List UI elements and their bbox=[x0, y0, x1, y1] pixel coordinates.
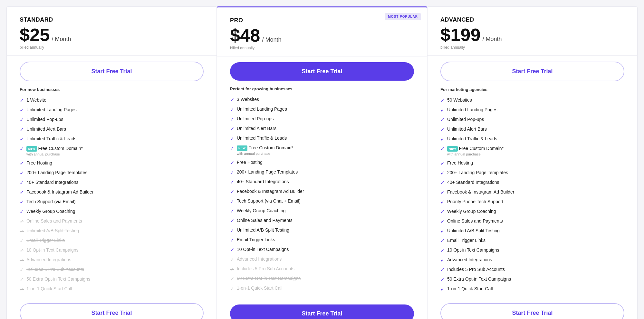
check-icon-pro-12: ✓ bbox=[230, 218, 234, 224]
plan-name-standard: STANDARD bbox=[20, 16, 204, 23]
feature-text-standard-5: NEWFree Custom Domain*with annual purcha… bbox=[26, 145, 83, 157]
price-amount-standard: $25 bbox=[20, 26, 50, 44]
feature-text-advanced-11: Weekly Group Coaching bbox=[447, 208, 496, 215]
cta-button-top-pro[interactable]: Start Free Trial bbox=[230, 62, 414, 81]
feature-text-standard-3: Unlimited Alert Bars bbox=[26, 126, 66, 133]
features-list-pro: ✓ 3 Websites ✓ Unlimited Landing Pages ✓… bbox=[230, 96, 414, 297]
cta-button-top-standard[interactable]: Start Free Trial bbox=[20, 62, 204, 81]
check-icon-advanced-5: ✓ bbox=[440, 146, 445, 152]
billed-annually-advanced: billed annually bbox=[440, 45, 624, 50]
check-icon-standard-11: ✓ bbox=[20, 209, 24, 215]
price-period-pro: / Month bbox=[262, 36, 281, 43]
features-list-advanced: ✓ 50 Websites ✓ Unlimited Landing Pages … bbox=[440, 97, 624, 295]
price-period-advanced: / Month bbox=[483, 36, 502, 43]
feature-text-standard-10: Tech Support (via Email) bbox=[26, 199, 76, 205]
feature-text-advanced-1: Unlimited Landing Pages bbox=[447, 107, 497, 113]
feature-item-advanced-5: ✓ NEWFree Custom Domain*with annual purc… bbox=[440, 145, 624, 157]
feature-item-pro-14: ✓ Email Trigger Links bbox=[230, 237, 414, 243]
feature-text-pro-19: 1-on-1 Quick Start Call bbox=[237, 285, 283, 292]
feature-text-advanced-0: 50 Websites bbox=[447, 97, 472, 104]
check-icon-pro-1: ✓ bbox=[230, 106, 234, 113]
check-icon-pro-8: ✓ bbox=[230, 179, 234, 185]
feature-text-pro-16: Advanced Integrations bbox=[237, 256, 282, 263]
feature-text-pro-2: Unlimited Pop-ups bbox=[237, 116, 274, 122]
check-icon-advanced-8: ✓ bbox=[440, 180, 445, 186]
feature-item-advanced-18: ✓ 50 Extra Opt-in Text Campaigns bbox=[440, 276, 624, 283]
feature-item-pro-8: ✓ 40+ Standard Integrations bbox=[230, 179, 414, 185]
cta-button-bottom-advanced[interactable]: Start Free Trial bbox=[440, 303, 624, 319]
feature-text-advanced-12: Online Sales and Payments bbox=[447, 218, 503, 224]
price-amount-pro: $48 bbox=[230, 26, 260, 45]
cta-button-top-advanced[interactable]: Start Free Trial bbox=[440, 62, 624, 81]
divider-standard bbox=[7, 55, 216, 56]
divider-pro bbox=[217, 56, 427, 56]
feature-text-advanced-17: Includes 5 Pro Sub Accounts bbox=[447, 266, 505, 273]
feature-item-pro-17: ✓ Includes 5 Pro Sub Accounts bbox=[230, 266, 414, 272]
check-icon-advanced-14: ✓ bbox=[440, 238, 445, 244]
check-icon-advanced-11: ✓ bbox=[440, 209, 445, 215]
feature-item-advanced-8: ✓ 40+ Standard Integrations bbox=[440, 179, 624, 186]
feature-item-pro-4: ✓ Unlimited Traffic & Leads bbox=[230, 135, 414, 142]
pricing-container: STANDARD $25 / Month billed annuallyStar… bbox=[6, 6, 638, 319]
check-icon-advanced-2: ✓ bbox=[440, 117, 445, 123]
check-icon-advanced-18: ✓ bbox=[440, 276, 445, 283]
feature-text-standard-0: 1 Website bbox=[26, 97, 46, 104]
feature-item-advanced-7: ✓ 200+ Landing Page Templates bbox=[440, 170, 624, 176]
check-icon-standard-0: ✓ bbox=[20, 97, 24, 104]
feature-text-pro-15: 10 Opt-in Text Campaigns bbox=[237, 246, 289, 253]
check-icon-standard-19: ✓ bbox=[20, 286, 24, 292]
feature-item-advanced-17: ✓ Includes 5 Pro Sub Accounts bbox=[440, 266, 624, 273]
feature-text-pro-13: Unlimited A/B Split Testing bbox=[237, 227, 289, 234]
feature-item-pro-7: ✓ 200+ Landing Page Templates bbox=[230, 169, 414, 175]
feature-text-standard-7: 200+ Landing Page Templates bbox=[26, 170, 87, 176]
feature-item-pro-3: ✓ Unlimited Alert Bars bbox=[230, 125, 414, 132]
feature-text-pro-0: 3 Websites bbox=[237, 96, 259, 103]
check-icon-standard-7: ✓ bbox=[20, 170, 24, 176]
check-icon-standard-4: ✓ bbox=[20, 136, 24, 142]
check-icon-standard-13: ✓ bbox=[20, 228, 24, 234]
check-icon-pro-9: ✓ bbox=[230, 189, 234, 195]
check-icon-pro-19: ✓ bbox=[230, 285, 234, 292]
price-row-standard: $25 / Month bbox=[20, 26, 204, 44]
check-icon-pro-5: ✓ bbox=[230, 145, 234, 151]
check-icon-pro-14: ✓ bbox=[230, 237, 234, 243]
feature-text-pro-11: Weekly Group Coaching bbox=[237, 208, 285, 214]
cta-button-bottom-standard[interactable]: Start Free Trial bbox=[20, 303, 204, 319]
feature-item-standard-18: ✓ 50 Extra Opt-in Text Campaigns bbox=[20, 276, 204, 283]
price-row-pro: $48 / Month bbox=[230, 26, 414, 45]
feature-text-pro-5: NEWFree Custom Domain*with annual purcha… bbox=[237, 145, 293, 156]
feature-item-advanced-0: ✓ 50 Websites bbox=[440, 97, 624, 104]
check-icon-standard-12: ✓ bbox=[20, 218, 24, 224]
plan-card-advanced: ADVANCED $199 / Month billed annuallySta… bbox=[427, 6, 638, 319]
feature-item-standard-6: ✓ Free Hosting bbox=[20, 160, 204, 166]
feature-item-standard-13: ✓ Unlimited A/B Split Testing bbox=[20, 228, 204, 234]
feature-item-advanced-15: ✓ 10 Opt-in Text Campaigns bbox=[440, 247, 624, 254]
new-badge-standard-5: NEW bbox=[26, 146, 37, 152]
sub-text-advanced-5: with annual purchase bbox=[447, 152, 504, 157]
plan-card-standard: STANDARD $25 / Month billed annuallyStar… bbox=[6, 6, 217, 319]
feature-item-pro-16: ✓ Advanced Integrations bbox=[230, 256, 414, 263]
feature-item-pro-2: ✓ Unlimited Pop-ups bbox=[230, 116, 414, 122]
feature-text-pro-7: 200+ Landing Page Templates bbox=[237, 169, 298, 175]
feature-item-standard-9: ✓ Facebook & Instagram Ad Builder bbox=[20, 189, 204, 195]
feature-item-pro-19: ✓ 1-on-1 Quick Start Call bbox=[230, 285, 414, 292]
feature-item-standard-14: ✓ Email Trigger Links bbox=[20, 237, 204, 244]
feature-text-standard-12: Online Sales and Payments bbox=[26, 218, 82, 224]
check-icon-pro-2: ✓ bbox=[230, 116, 234, 122]
check-icon-standard-14: ✓ bbox=[20, 238, 24, 244]
feature-item-advanced-6: ✓ Free Hosting bbox=[440, 160, 624, 166]
check-icon-advanced-13: ✓ bbox=[440, 228, 445, 234]
check-icon-pro-13: ✓ bbox=[230, 227, 234, 234]
check-icon-advanced-19: ✓ bbox=[440, 286, 445, 292]
feature-item-pro-10: ✓ Tech Support (via Chat + Email) bbox=[230, 198, 414, 204]
cta-button-bottom-pro[interactable]: Start Free Trial bbox=[230, 304, 414, 319]
feature-item-advanced-9: ✓ Facebook & Instagram Ad Builder bbox=[440, 189, 624, 195]
feature-text-standard-1: Unlimited Landing Pages bbox=[26, 107, 77, 113]
feature-text-pro-6: Free Hosting bbox=[237, 159, 263, 166]
check-icon-advanced-3: ✓ bbox=[440, 126, 445, 133]
feature-item-advanced-11: ✓ Weekly Group Coaching bbox=[440, 208, 624, 215]
feature-item-pro-9: ✓ Facebook & Instagram Ad Builder bbox=[230, 188, 414, 195]
check-icon-advanced-10: ✓ bbox=[440, 199, 445, 205]
feature-item-pro-1: ✓ Unlimited Landing Pages bbox=[230, 106, 414, 113]
check-icon-advanced-17: ✓ bbox=[440, 267, 445, 273]
